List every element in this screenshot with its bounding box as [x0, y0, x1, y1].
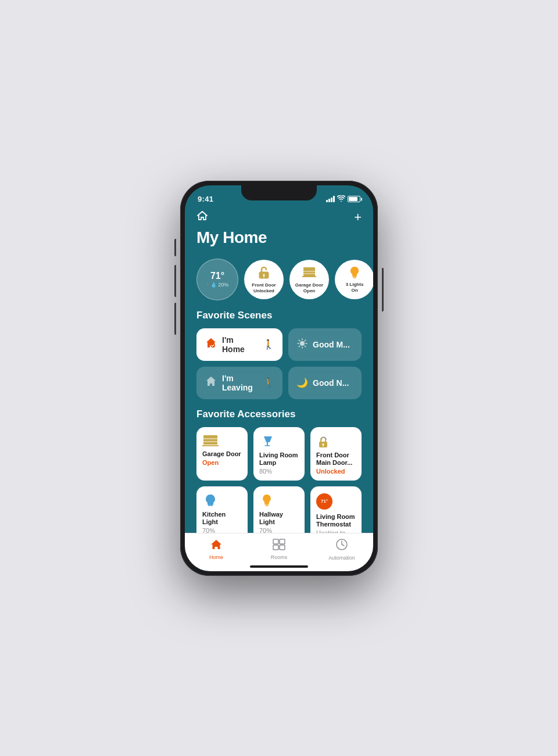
phone-screen: 9:41 — [185, 185, 373, 571]
kitchen-light-status: 70% — [202, 527, 242, 532]
kitchen-light-name: Kitchen Light — [202, 511, 242, 526]
thermostat-temp: 71° — [321, 499, 328, 504]
lamp-status: 80% — [259, 468, 299, 475]
phone-frame: 9:41 — [180, 181, 378, 576]
status-time: 9:41 — [198, 195, 213, 203]
home-nav-icon[interactable] — [196, 210, 208, 224]
favorite-accessories-title: Favorite Accessories — [196, 409, 362, 420]
garage-door-name: Garage Door — [202, 450, 242, 458]
favorite-scenes-section: Favorite Scenes I'm Home 🚶 — [185, 310, 373, 409]
thermostat-name: Living Room Thermostat — [316, 513, 356, 528]
power-button — [382, 268, 384, 311]
tab-rooms[interactable]: Rooms — [248, 539, 310, 560]
leaving-person-icon: 🚶 — [263, 377, 274, 388]
thermostat-badge: 71° — [316, 493, 332, 510]
status-chip-lights[interactable]: 3 LightsOn — [335, 260, 373, 299]
tab-home-label: Home — [209, 554, 223, 560]
scene-im-leaving[interactable]: I'm Leaving 🚶 — [196, 367, 282, 399]
svg-rect-22 — [280, 539, 285, 544]
hallway-light-status: 70% — [259, 527, 299, 532]
accessory-hallway-light[interactable]: Hallway Light 70% — [253, 486, 305, 533]
app-header: + My Home — [185, 207, 373, 254]
garage-door-status: Open — [202, 459, 242, 466]
scene-good-night-label: Good N... — [313, 378, 349, 388]
tab-automation[interactable]: Automation — [310, 538, 373, 561]
chip-label-lights: 3 LightsOn — [346, 282, 364, 293]
wifi-icon — [337, 195, 345, 203]
tab-bar: Home Rooms — [185, 533, 373, 563]
svg-rect-24 — [280, 545, 285, 550]
add-button[interactable]: + — [354, 210, 362, 225]
svg-rect-5 — [303, 273, 315, 274]
svg-rect-10 — [203, 438, 217, 439]
good-night-icon: 🌙 — [296, 377, 308, 388]
im-leaving-icon — [205, 375, 217, 390]
accessories-grid: Garage Door Open Living Room Lamp — [196, 427, 362, 533]
scenes-grid: I'm Home 🚶 Good M... — [196, 328, 362, 399]
svg-point-7 — [210, 343, 215, 347]
front-door-status: Unlocked — [316, 468, 356, 475]
screen-content[interactable]: + My Home 71° ↑ 💧 20% — [185, 207, 373, 533]
tab-automation-icon — [335, 538, 348, 554]
notch — [241, 185, 317, 200]
hallway-light-name: Hallway Light — [259, 511, 299, 526]
battery-icon — [348, 196, 360, 202]
favorite-scenes-title: Favorite Scenes — [196, 310, 362, 321]
volume-up-button — [174, 265, 176, 297]
weather-arrow-icon: ↑ — [206, 281, 209, 288]
tab-home[interactable]: Home — [185, 539, 248, 560]
tab-rooms-icon — [273, 539, 285, 553]
accessory-living-room-lamp[interactable]: Living Room Lamp 80% — [253, 427, 305, 481]
person-icon: 🚶 — [263, 339, 274, 350]
accessory-front-door-lock[interactable]: Front Door Main Door... Unlocked — [310, 427, 362, 481]
tab-rooms-label: Rooms — [271, 554, 288, 560]
lock-open-icon — [256, 265, 271, 282]
tab-automation-label: Automation — [328, 555, 355, 561]
status-row: 71° ↑ 💧 20% — [185, 254, 373, 310]
scene-good-morning-label: Good M... — [313, 340, 350, 349]
status-icons — [326, 195, 360, 203]
svg-point-8 — [300, 341, 305, 346]
home-indicator — [185, 563, 373, 571]
hallway-light-icon — [259, 493, 299, 511]
chip-label-garage: Garage DoorOpen — [295, 282, 323, 293]
svg-rect-13 — [267, 442, 268, 446]
signal-icon — [326, 196, 335, 202]
scene-im-leaving-label: I'm Leaving — [222, 374, 258, 392]
im-home-icon — [205, 337, 217, 352]
home-bar — [250, 565, 308, 568]
volume-down-button — [174, 303, 176, 335]
scene-im-home[interactable]: I'm Home 🚶 — [196, 328, 282, 361]
weather-card[interactable]: 71° ↑ 💧 20% — [196, 259, 238, 300]
status-chip-garage[interactable]: Garage DoorOpen — [289, 260, 329, 299]
kitchen-light-icon — [202, 493, 242, 511]
svg-rect-23 — [273, 545, 278, 550]
lock-open-acc-icon — [316, 434, 356, 452]
tab-home-icon — [210, 539, 223, 553]
weather-humidity: 💧 20% — [210, 282, 229, 288]
accessory-garage-door[interactable]: Garage Door Open — [196, 427, 248, 481]
scene-im-home-label: I'm Home — [222, 335, 258, 354]
lamp-name: Living Room Lamp — [259, 452, 299, 467]
header-top: + — [196, 210, 362, 225]
scene-good-morning[interactable]: Good M... — [288, 328, 362, 361]
garage-door-icon — [202, 434, 242, 450]
svg-rect-9 — [203, 435, 217, 445]
app-title: My Home — [196, 228, 362, 247]
weather-details: ↑ 💧 20% — [206, 281, 229, 288]
svg-rect-11 — [203, 441, 217, 442]
chip-label-front-door: Front DoorUnlocked — [252, 282, 276, 293]
lightbulb-on-icon — [348, 266, 362, 282]
front-door-name: Front Door Main Door... — [316, 452, 356, 467]
status-chip-front-door[interactable]: Front DoorUnlocked — [244, 260, 284, 299]
garage-icon — [302, 265, 317, 282]
lamp-icon — [259, 434, 299, 452]
favorite-accessories-section: Favorite Accessories G — [185, 409, 373, 533]
accessory-kitchen-light[interactable]: Kitchen Light 70% — [196, 486, 248, 533]
weather-temp: 71° — [210, 271, 224, 281]
mute-button — [174, 239, 176, 256]
good-morning-icon — [296, 338, 308, 352]
accessory-thermostat[interactable]: 71° Living Room Thermostat Heating to 71… — [310, 486, 362, 533]
scene-good-night[interactable]: 🌙 Good N... — [288, 367, 362, 399]
svg-rect-21 — [273, 539, 278, 544]
